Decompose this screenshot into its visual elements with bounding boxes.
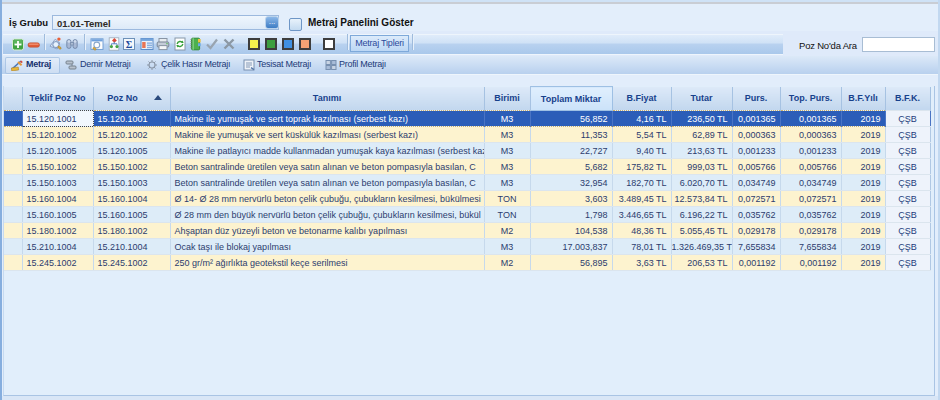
svg-text:Σ: Σ [126, 39, 133, 50]
